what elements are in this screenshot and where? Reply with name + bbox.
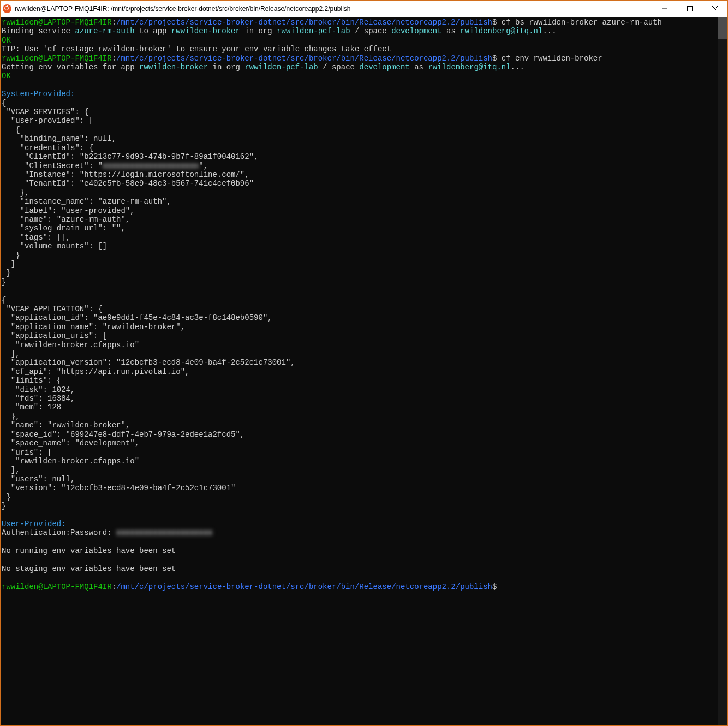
prompt-sep-3: : (112, 582, 116, 591)
window-title: rwwilden@LAPTOP-FMQ1F4IR: /mnt/c/project… (15, 5, 351, 13)
vcap-services-json-b: ", "Instance": "https://login.microsofto… (2, 162, 254, 287)
bind-app: rwwilden-broker (171, 27, 240, 35)
terminal-area: rwwilden@LAPTOP-FMQ1F4IR:/mnt/c/projects… (1, 17, 727, 725)
env-space: development (359, 63, 409, 72)
prompt-path-2: /mnt/c/projects/service-broker-dotnet/sr… (116, 54, 492, 63)
close-button[interactable] (702, 1, 727, 17)
bind-org: rwwilden-pcf-lab (277, 27, 350, 35)
prompt-user: rwwilden@LAPTOP-FMQ1F4IR (2, 18, 112, 27)
vcap-application-json: { "VCAP_APPLICATION": { "application_id"… (2, 296, 295, 510)
env-p4: as (410, 63, 428, 72)
bind-p2: to app (135, 27, 171, 35)
env-p3: / space (318, 63, 360, 72)
prompt-sym-3: $ (492, 582, 497, 591)
bind-user: rwildenberg@itq.nl (460, 27, 542, 35)
prompt-user-2: rwwilden@LAPTOP-FMQ1F4IR (2, 54, 112, 63)
env-user: rwildenberg@itq.nl (428, 63, 510, 72)
bind-space: development (391, 27, 441, 35)
env-org: rwwilden-pcf-lab (244, 63, 318, 72)
no-running-env: No running env variables have been set (2, 546, 176, 555)
env-app: rwwilden-broker (139, 63, 208, 72)
svg-rect-1 (688, 7, 693, 11)
env-p2: in org (208, 63, 244, 72)
client-secret-redacted: xxxxxxxxxxxxxxxxxxxxx (103, 162, 199, 170)
maximize-button[interactable] (677, 1, 702, 17)
bind-p3: in org (240, 27, 277, 35)
bind-p1: Binding service (2, 27, 75, 35)
ok-1: OK (2, 36, 11, 45)
user-provided-header: User-Provided: (2, 520, 66, 528)
prompt-sep: : (112, 18, 116, 27)
cmd-2-text: cf env rwwilden-broker (502, 54, 602, 63)
system-provided-header: System-Provided: (2, 90, 75, 98)
no-staging-env: No staging env variables have been set (2, 564, 176, 573)
minimize-button[interactable] (652, 1, 677, 17)
vcap-services-json-a: { "VCAP_SERVICES": { "user-provided": [ … (2, 99, 258, 170)
cmd-1 (497, 18, 501, 27)
cmd-1-text: cf bs rwwilden-broker azure-rm-auth (502, 18, 662, 27)
ubuntu-icon (3, 4, 11, 13)
auth-password-label: Authentication:Password: (2, 528, 116, 537)
prompt-sep-2: : (112, 54, 116, 63)
ok-2: OK (2, 72, 11, 80)
titlebar[interactable]: rwwilden@LAPTOP-FMQ1F4IR: /mnt/c/project… (1, 1, 727, 17)
terminal-window: rwwilden@LAPTOP-FMQ1F4IR: /mnt/c/project… (0, 0, 728, 726)
tip-line: TIP: Use 'cf restage rwwilden-broker' to… (2, 45, 391, 53)
bind-p6: ... (542, 27, 556, 35)
auth-password-redacted: xxxxxxxxxxxxxxxxxxxxx (116, 528, 212, 537)
env-p1: Getting env variables for app (2, 63, 139, 72)
prompt-path: /mnt/c/projects/service-broker-dotnet/sr… (116, 18, 492, 27)
window-controls (652, 1, 727, 17)
prompt-path-3: /mnt/c/projects/service-broker-dotnet/sr… (116, 582, 492, 591)
scrollbar[interactable] (718, 17, 727, 725)
prompt-user-3: rwwilden@LAPTOP-FMQ1F4IR (2, 582, 112, 591)
bind-service: azure-rm-auth (75, 27, 134, 35)
bind-p4: / space (350, 27, 392, 35)
bind-p5: as (442, 27, 461, 35)
env-p5: ... (511, 63, 524, 72)
terminal-output[interactable]: rwwilden@LAPTOP-FMQ1F4IR:/mnt/c/projects… (1, 17, 718, 725)
scrollbar-thumb[interactable] (718, 17, 727, 39)
